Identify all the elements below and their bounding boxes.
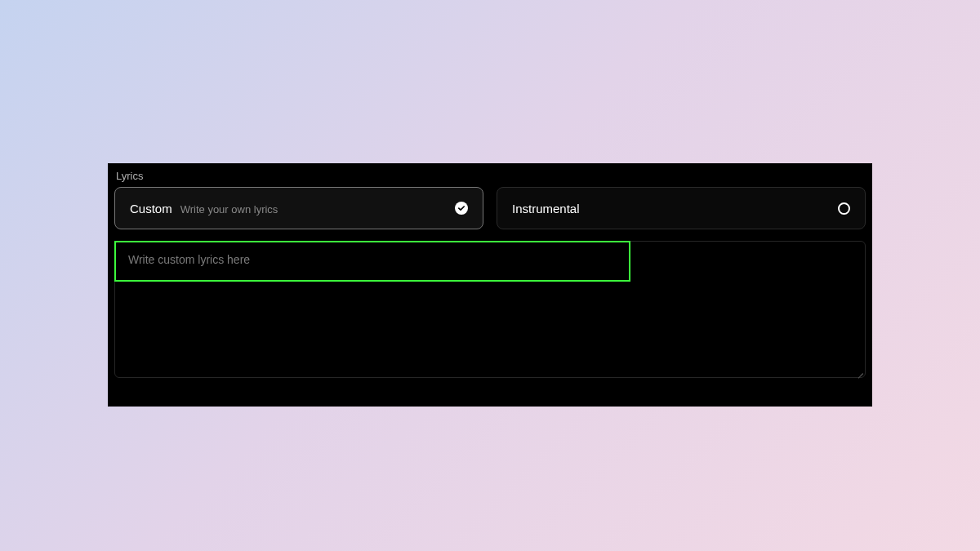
option-custom[interactable]: Custom Write your own lyrics (114, 187, 483, 229)
option-instrumental[interactable]: Instrumental (497, 187, 866, 229)
option-custom-labels: Custom Write your own lyrics (130, 202, 278, 216)
lyrics-textarea-container (114, 241, 866, 378)
lyrics-textarea[interactable] (115, 242, 865, 377)
section-label: Lyrics (116, 170, 866, 182)
radio-unselected-icon (838, 202, 850, 215)
option-custom-subtitle: Write your own lyrics (180, 203, 278, 216)
option-instrumental-title: Instrumental (512, 202, 580, 216)
option-instrumental-labels: Instrumental (512, 202, 580, 216)
radio-selected-icon (455, 202, 468, 215)
lyrics-panel: Lyrics Custom Write your own lyrics Inst… (108, 163, 872, 407)
option-custom-title: Custom (130, 202, 172, 216)
lyrics-mode-options: Custom Write your own lyrics Instrumenta… (114, 187, 866, 229)
